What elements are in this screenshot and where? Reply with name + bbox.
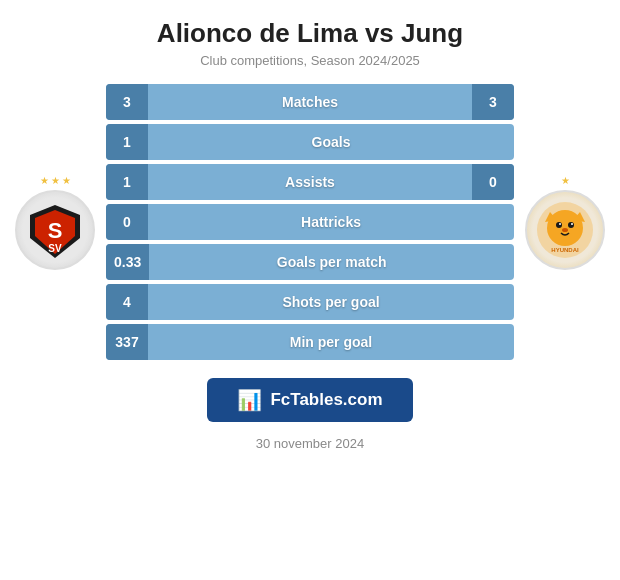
stat-row: 0Hattricks (106, 204, 514, 240)
stat-label: Goals (148, 134, 514, 150)
stat-left-value: 3 (106, 84, 148, 120)
stat-row: 1Assists0 (106, 164, 514, 200)
page-title: Alionco de Lima vs Jung (157, 18, 463, 49)
team-right-logo: ★ HYUNDAI (520, 175, 610, 270)
subtitle: Club competitions, Season 2024/2025 (157, 53, 463, 68)
svg-point-7 (568, 222, 574, 228)
footer-date: 30 november 2024 (256, 436, 364, 451)
left-stars: ★ ★ ★ (40, 175, 71, 186)
stat-label: Matches (148, 94, 472, 110)
star-icon: ★ (40, 175, 49, 186)
stat-row: 3Matches3 (106, 84, 514, 120)
right-team-emblem: HYUNDAI (525, 190, 605, 270)
svg-point-6 (556, 222, 562, 228)
chart-icon: 📊 (237, 388, 262, 412)
left-team-emblem: S SV (15, 190, 95, 270)
star-icon: ★ (62, 175, 71, 186)
stat-label: Shots per goal (148, 294, 514, 310)
stat-row: 4Shots per goal (106, 284, 514, 320)
star-icon: ★ (561, 175, 570, 186)
stat-left-value: 1 (106, 164, 148, 200)
stat-row: 1Goals (106, 124, 514, 160)
stats-section: 3Matches31Goals1Assists00Hattricks0.33Go… (100, 84, 520, 360)
right-stars: ★ (561, 175, 570, 186)
svg-text:HYUNDAI: HYUNDAI (551, 247, 579, 253)
stat-left-value: 337 (106, 324, 148, 360)
stat-label: Hattricks (148, 214, 514, 230)
svg-text:SV: SV (48, 243, 62, 254)
steelers-svg: S SV (25, 200, 85, 260)
stat-left-value: 0 (106, 204, 148, 240)
team-left-logo: ★ ★ ★ S SV (10, 175, 100, 270)
svg-point-8 (559, 223, 561, 225)
svg-text:S: S (48, 218, 63, 243)
stat-label: Assists (148, 174, 472, 190)
svg-point-9 (571, 223, 573, 225)
stat-row: 0.33Goals per match (106, 244, 514, 280)
main-content: ★ ★ ★ S SV 3Matches31Goals1Assists00Hatt… (0, 74, 620, 360)
star-icon: ★ (51, 175, 60, 186)
stat-label: Min per goal (148, 334, 514, 350)
stat-left-value: 1 (106, 124, 148, 160)
banner-text: FcTables.com (270, 390, 382, 410)
stat-row: 337Min per goal (106, 324, 514, 360)
stat-right-value: 0 (472, 164, 514, 200)
stat-right-value: 3 (472, 84, 514, 120)
stat-left-value: 0.33 (106, 244, 149, 280)
stat-left-value: 4 (106, 284, 148, 320)
stat-label: Goals per match (149, 254, 514, 270)
header: Alionco de Lima vs Jung Club competition… (137, 0, 483, 74)
hyundai-svg: HYUNDAI (535, 200, 595, 260)
fctables-banner: 📊 FcTables.com (207, 378, 412, 422)
svg-point-10 (562, 228, 568, 232)
